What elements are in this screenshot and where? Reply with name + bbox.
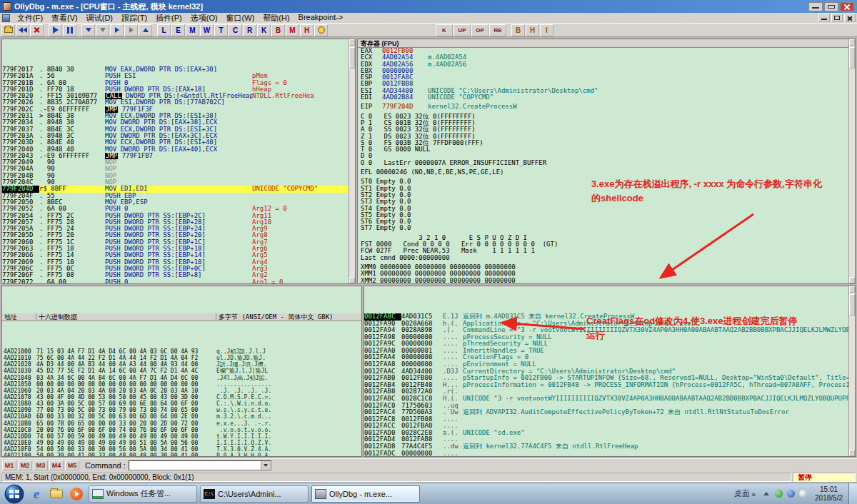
stack-row[interactable]: 0012FAB40012FB48H...pProcessInformation … xyxy=(364,382,855,389)
disasm-row[interactable]: 779F201A. 56PUSH ESIpMem xyxy=(2,73,355,79)
toolbar-plugin-button[interactable]: B xyxy=(511,24,525,36)
memory-slot-button[interactable]: M1 xyxy=(2,460,16,470)
disasm-row[interactable]: 779F2043.-E9 6FFFFFFFJMP 779F1FB7 xyxy=(2,153,355,159)
stack-row[interactable]: 0012FAD00028C2E0a.(.UNICODE "sd.exe" xyxy=(364,430,855,437)
maximize-button[interactable] xyxy=(824,2,838,11)
menu-item[interactable]: 调试(D) xyxy=(82,13,117,24)
stack-row[interactable]: 0012FA940028A898.(.CommandLine = "3 -r v… xyxy=(364,327,855,334)
stack-row[interactable]: 0012FAB8002872A0.r(. xyxy=(364,388,855,395)
toolbar-plugin-button[interactable]: K xyxy=(436,24,453,36)
disasm-row[interactable]: 779F203A. 8948 3CMOV DWORD PTR DS:[EAX+3… xyxy=(2,133,355,139)
disasm-row[interactable]: 779F2069. FF75 10PUSH DWORD PTR SS:[EBP+… xyxy=(2,259,355,266)
disasm-row[interactable]: 779F201B. 6A 00PUSH 0Flags = 0 xyxy=(2,80,355,86)
taskbar-button[interactable]: C:\C:\Users\Admini... xyxy=(200,485,309,503)
execute-till-return-button[interactable] xyxy=(139,24,152,36)
taskbar-button[interactable]: OllyDbg - m.exe... xyxy=(311,485,420,503)
dump-row[interactable]: 4AD2100071 15 03 4A F7 D1 4A D4 6C 00 4A… xyxy=(2,348,361,355)
stack-row[interactable]: 0012FA9800000000....pProcessSecurity = N… xyxy=(364,334,855,341)
toolbar-letter-button[interactable]: L xyxy=(157,24,171,36)
ie-launcher[interactable]: e xyxy=(27,485,46,503)
disasm-row[interactable]: 779F2037. 8B4E 3CMOV ECX,DWORD PTR DS:[E… xyxy=(2,126,355,133)
disasm-row[interactable]: 779F2060. FF75 1CPUSH DWORD PTR SS:[EBP+… xyxy=(2,239,355,246)
open-file-button[interactable] xyxy=(1,24,15,36)
dump-row[interactable]: 4AD2107043 00 4F 00 4D 00 53 00 50 00 45… xyxy=(2,394,361,400)
taskbar-button[interactable]: Windows 任务管... xyxy=(89,485,197,503)
desktop-toolbar-chevron[interactable]: » xyxy=(751,490,756,498)
toolbar-plugin-button[interactable]: UP xyxy=(453,24,471,36)
stack-row[interactable]: 0012FA900028A668h.(.ApplicationName = "C… xyxy=(364,321,855,328)
dump-row[interactable]: 4AD2104003 4A 34 6C 00 4A 84 6C 00 4A F7… xyxy=(2,375,361,381)
dump-row[interactable]: 4AD210A06D 00 33 00 32 00 5C 00 63 00 6D… xyxy=(2,413,361,420)
dump-row[interactable]: 4AD210204A D3 44 00 4A B3 44 00 4A A3 44… xyxy=(2,361,361,368)
disasm-row[interactable]: 779F2017. 8B40 30MOV EAX,DWORD PTR DS:[E… xyxy=(2,66,355,73)
toolbar-letter-button[interactable]: B xyxy=(271,24,285,36)
register-row[interactable]: ECX4AD02A54m.4AD02A54 xyxy=(358,54,855,61)
toolbar-plugin-button[interactable]: RE xyxy=(489,24,506,36)
menu-item[interactable]: 查看(V) xyxy=(47,13,82,24)
toolbar-letter-button[interactable]: T xyxy=(214,24,228,36)
disasm-row[interactable]: 779F2026. 8B35 2C70AB77MOV ESI,DWORD PTR… xyxy=(2,99,355,106)
dump-row[interactable]: 4AD2101075 6C 00 4A 44 22 F2 D1 4A 44 14… xyxy=(2,355,361,361)
toolbar-letter-button[interactable]: M xyxy=(286,24,299,36)
options-button[interactable] xyxy=(314,24,328,36)
disassembly-scrollbar[interactable] xyxy=(349,39,355,283)
animate-into-button[interactable] xyxy=(110,24,124,36)
restart-button[interactable] xyxy=(16,24,29,36)
memory-slot-button[interactable]: M2 xyxy=(18,460,32,470)
chevron-down-icon[interactable] xyxy=(261,461,271,470)
stack-row[interactable]: 0012FAA000000001....InheritHandles = TRU… xyxy=(364,348,855,355)
tray-antivirus-icon[interactable] xyxy=(775,490,783,498)
stack-scrollbar[interactable] xyxy=(848,286,855,456)
register-row[interactable]: EAX0012FB00 xyxy=(358,48,855,54)
command-input[interactable] xyxy=(129,460,271,470)
disasm-row[interactable]: 779F204Dr$ 8BFFMOV EDI,EDIUNICODE "COPYC… xyxy=(2,186,355,192)
explorer-launcher[interactable] xyxy=(47,485,66,503)
stack-row[interactable]: 0012FAA400000000....CreationFlags = 0 xyxy=(364,354,855,361)
disasm-row[interactable]: 779F205A. FF75 24PUSH DWORD PTR SS:[EBP+… xyxy=(2,226,355,232)
dump-row[interactable]: 4AD210F054 00 58 00 33 00 30 00 56 00 5A… xyxy=(2,446,361,453)
stack-row[interactable]: 0012FAC80012FB08.... xyxy=(364,416,855,423)
dump-row[interactable]: 4AD210B065 00 78 00 65 00 00 00 33 00 20… xyxy=(2,420,361,427)
disasm-row[interactable]: 779F2031> 8B4E 38MOV ECX,DWORD PTR DS:[E… xyxy=(2,113,355,119)
disasm-row[interactable]: 779F2063. FF75 18PUSH DWORD PTR SS:[EBP+… xyxy=(2,246,355,252)
toolbar-letter-button[interactable]: K xyxy=(257,24,271,36)
disasm-row[interactable]: 779F204A 90NOP xyxy=(2,166,355,172)
memory-slot-button[interactable]: M5 xyxy=(65,460,79,470)
disasm-row[interactable]: 779F205D. FF75 20PUSH DWORD PTR SS:[EBP+… xyxy=(2,232,355,238)
disasm-row[interactable]: 779F203D. 8B4E 40MOV ECX,DWORD PTR DS:[E… xyxy=(2,139,355,146)
dump-row[interactable]: 4AD2106020 03 4A 04 20 03 4A 08 20 03 4A… xyxy=(2,388,361,394)
close-program-button[interactable] xyxy=(30,24,44,36)
toolbar-letter-button[interactable]: M xyxy=(186,24,199,36)
disasm-row[interactable]: 779F204C 90NOP xyxy=(2,179,355,186)
disasm-row[interactable]: 779F206F. FF75 08PUSH DWORD PTR SS:[EBP+… xyxy=(2,272,355,278)
disasm-row[interactable]: 779F202C.-E9 0EFFFFFFJMP 779F1F3F xyxy=(2,106,355,113)
disasm-row[interactable]: 779F2054. FF75 2CPUSH DWORD PTR SS:[EBP+… xyxy=(2,213,355,219)
animate-over-button[interactable] xyxy=(124,24,138,36)
memory-slot-button[interactable]: M4 xyxy=(49,460,64,470)
disasm-row[interactable]: 779F204F. 55PUSH EBP xyxy=(2,193,355,199)
mdi-minimize-button[interactable] xyxy=(818,14,830,22)
toolbar-letter-button[interactable]: W xyxy=(200,24,214,36)
registers-scrollbar[interactable] xyxy=(848,39,855,283)
register-row[interactable]: ESI4AD34400UNICODE "C:\Users\Administrat… xyxy=(358,88,855,94)
menu-item[interactable]: 插件(P) xyxy=(151,13,186,24)
toolbar-letter-button[interactable]: C xyxy=(229,24,242,36)
stack-row[interactable]: 0012FAA800000000....pEnvironment = NULL xyxy=(364,361,855,368)
disasm-row[interactable]: 779F201D. FF70 18PUSH DWORD PTR DS:[EAX+… xyxy=(2,86,355,93)
disasm-row[interactable]: 779F2052. 6A 00PUSH 0Arg12 = 0 xyxy=(2,206,355,212)
disasm-row[interactable]: 779F2049 90NOP xyxy=(2,159,355,166)
dump-row[interactable]: 4AD2105000 00 00 00 00 00 00 00 00 00 00… xyxy=(2,381,361,388)
stack-row[interactable]: 0012FAAC4AD34400.D3JCurrentDirectory = "… xyxy=(364,368,855,376)
toolbar-letter-button[interactable]: H xyxy=(300,24,314,36)
pause-button[interactable] xyxy=(63,24,76,36)
disasm-row[interactable]: 779F2050. 8BECMOV EBP,ESP xyxy=(2,199,355,206)
stack-row[interactable]: 0012FA8C4AD031C5E.1J返回到 m.4AD031C5 来自 ke… xyxy=(364,313,855,321)
minimize-button[interactable] xyxy=(808,2,823,11)
disasm-row[interactable]: 779F2020. FF15 30169B77CALL DWORD PTR DS… xyxy=(2,93,355,99)
tray-volume-icon[interactable] xyxy=(799,490,807,498)
stack-row[interactable]: 0012FAB00012FB00....pStartupInfo = 0012F… xyxy=(364,375,855,382)
memory-slot-button[interactable]: M3 xyxy=(34,460,48,470)
register-row[interactable]: ESP0012FA8C xyxy=(358,74,855,81)
menu-item[interactable]: 文件(F) xyxy=(13,13,47,24)
stack-row[interactable]: 0012FA9C00000000....pThreadSecurity = NU… xyxy=(364,341,855,348)
